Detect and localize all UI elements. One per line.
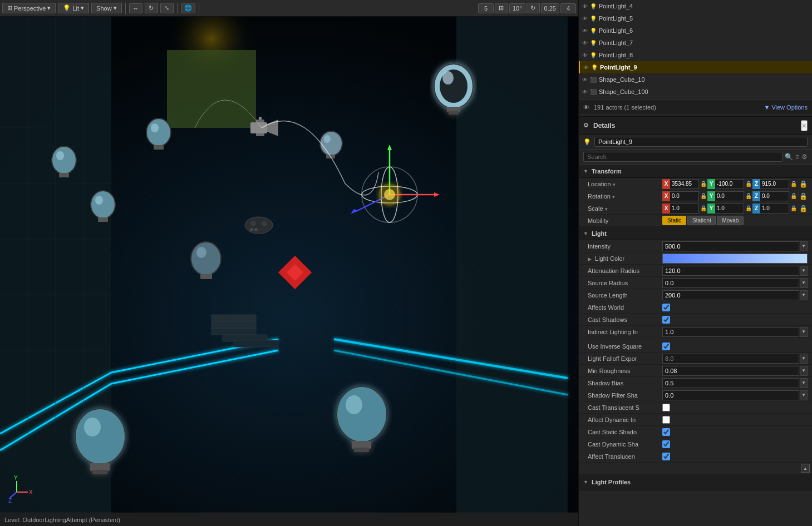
cast-dynamic-shadows-checkbox[interactable] [662, 440, 670, 448]
sz-label: Z [752, 204, 760, 214]
source-length-input[interactable] [662, 290, 799, 300]
rotation-xyz: X 🔒 Y 🔒 Z 🔒 [662, 191, 797, 201]
svg-rect-47 [352, 441, 371, 449]
source-length-expand[interactable]: ▼ [800, 290, 808, 300]
mobility-movable-button[interactable]: Movab [717, 216, 744, 225]
lock-rz[interactable]: 🔒 [790, 193, 797, 199]
scale-snap-button[interactable]: 0.25 [541, 3, 559, 13]
indirect-expand[interactable]: ▼ [800, 327, 808, 337]
chevron-icon: ▾ [612, 194, 615, 200]
search-icon[interactable]: 🔍 [785, 153, 793, 161]
lock-all-icon[interactable]: 🔒 [799, 180, 808, 188]
lock-icon-x[interactable]: 🔒 [700, 181, 707, 187]
lock-all-rot[interactable]: 🔒 [799, 192, 808, 200]
light-section-header[interactable]: ▼ Light [579, 227, 812, 240]
intensity-input[interactable] [662, 241, 799, 251]
location-y-input[interactable] [715, 179, 744, 189]
search-input[interactable] [583, 152, 783, 162]
object-name-input[interactable] [594, 137, 808, 147]
shadow-bias-expand[interactable]: ▼ [800, 378, 808, 388]
affect-dynamic-checkbox[interactable] [662, 416, 670, 424]
list-view-icon[interactable]: ≡ [795, 153, 799, 161]
min-roughness-expand[interactable]: ▼ [800, 366, 808, 376]
outliner-item-shapecube100[interactable]: 👁 ⬛ Shape_Cube_100 [579, 86, 812, 98]
rotation-x-input[interactable] [670, 191, 699, 201]
scroll-up-button[interactable]: ▲ [801, 464, 810, 473]
lock-sx[interactable]: 🔒 [700, 205, 707, 211]
shadow-filter-expand[interactable]: ▼ [800, 390, 808, 400]
rotate-button[interactable]: ↻ [145, 3, 158, 13]
outliner-item-pointlight4[interactable]: 👁 💡 PointLight_4 [579, 0, 812, 12]
light-falloff-expand[interactable]: ▼ [800, 354, 808, 364]
right-panel: 👁 💡 PointLight_4 👁 💡 PointLight_5 👁 💡 Po… [578, 0, 812, 526]
shadow-filter-input[interactable] [662, 390, 799, 400]
outliner-item-shapecube10[interactable]: 👁 ⬛ Shape_Cube_10 [579, 73, 812, 86]
scale-y-input[interactable] [715, 204, 744, 214]
lock-all-scale[interactable]: 🔒 [799, 205, 808, 212]
outliner-item-pointlight7[interactable]: 👁 💡 PointLight_7 [579, 37, 812, 49]
indirect-lighting-label: Indirect Lighting In [588, 329, 660, 335]
attenuation-expand-btn[interactable]: ▼ [800, 266, 808, 276]
rotation-label[interactable]: Rotation ▾ [588, 193, 660, 200]
use-inverse-square-checkbox[interactable] [662, 343, 670, 350]
rotation-z-input[interactable] [760, 191, 789, 201]
lock-icon-y[interactable]: 🔒 [745, 181, 752, 187]
location-label[interactable]: Location ▾ [588, 181, 660, 187]
scale-x-field: X 🔒 [662, 204, 707, 214]
angle-button[interactable]: 10° [509, 3, 525, 13]
cast-translucent-checkbox[interactable] [662, 404, 670, 411]
source-radius-expand[interactable]: ▼ [800, 278, 808, 288]
indirect-lighting-input[interactable] [662, 327, 799, 337]
rotate-snap-button[interactable]: ↻ [526, 3, 540, 13]
light-falloff-label: Light Falloff Expor [588, 355, 660, 362]
outliner-item-pointlight5[interactable]: 👁 💡 PointLight_5 [579, 12, 812, 24]
transform-section-header[interactable]: ▼ Transform [579, 165, 812, 178]
mobility-static-button[interactable]: Static [662, 216, 686, 225]
outliner-item-pointlight6[interactable]: 👁 💡 PointLight_6 [579, 24, 812, 37]
min-roughness-input[interactable] [662, 366, 799, 376]
mobility-stationary-button[interactable]: Stationi [687, 216, 716, 225]
attenuation-radius-input[interactable] [662, 266, 799, 276]
light-falloff-input[interactable] [662, 354, 799, 364]
scale-z-input[interactable] [760, 204, 789, 214]
light-profiles-section-header[interactable]: ▼ Light Profiles [579, 474, 812, 490]
outliner-item-pointlight8[interactable]: 👁 💡 PointLight_8 [579, 49, 812, 61]
scale-x-input[interactable] [670, 204, 699, 214]
affects-world-checkbox[interactable] [662, 304, 670, 311]
svg-point-38 [320, 131, 342, 156]
lock-rx[interactable]: 🔒 [700, 193, 707, 199]
perspective-button[interactable]: ⊞ Perspective ▾ [2, 3, 56, 13]
lock-icon-z[interactable]: 🔒 [790, 181, 797, 187]
settings-icon[interactable]: ⚙ [801, 153, 808, 161]
lock-sz[interactable]: 🔒 [790, 205, 797, 211]
cast-shadows-checkbox[interactable] [662, 316, 670, 324]
source-radius-input[interactable] [662, 278, 799, 288]
outliner-item-pointlight9[interactable]: 👁 💡 PointLight_9 [579, 61, 812, 73]
outliner-list[interactable]: 👁 💡 PointLight_4 👁 💡 PointLight_5 👁 💡 Po… [579, 0, 812, 100]
rotation-y-input[interactable] [715, 191, 744, 201]
details-close-button[interactable]: × [801, 120, 808, 131]
world-button[interactable]: 🌐 [181, 3, 195, 13]
lock-sy[interactable]: 🔒 [745, 205, 752, 211]
location-z-input[interactable] [760, 179, 789, 189]
shadow-bias-input[interactable] [662, 378, 799, 388]
location-x-input[interactable] [670, 179, 699, 189]
lit-button[interactable]: 💡 Lit ▾ [58, 3, 89, 13]
intensity-expand-btn[interactable]: ▼ [800, 241, 808, 251]
scale-button[interactable]: ⤡ [160, 3, 174, 13]
color-swatch[interactable] [662, 254, 808, 264]
affect-translucent-checkbox[interactable] [662, 453, 670, 460]
cast-static-shadows-checkbox[interactable] [662, 428, 670, 436]
light-color-expand[interactable]: ▶ [588, 256, 592, 262]
view-options-button[interactable]: ▼ View Options [764, 104, 808, 111]
camera-speed-button[interactable]: 4 [560, 3, 576, 13]
mobility-value-area: Static Stationi Movab [662, 216, 808, 225]
translate-button[interactable]: ↔ [129, 3, 142, 13]
grid-snap-button[interactable]: ⊞ [495, 3, 508, 13]
viewport-canvas[interactable]: X Y Z [0, 17, 578, 513]
snap-button[interactable]: 5 [478, 3, 494, 13]
min-roughness-row: Min Roughness ▼ [579, 365, 812, 377]
lock-ry[interactable]: 🔒 [745, 193, 752, 199]
scale-label[interactable]: Scale ▾ [588, 205, 660, 212]
show-button[interactable]: Show ▾ [91, 3, 122, 13]
